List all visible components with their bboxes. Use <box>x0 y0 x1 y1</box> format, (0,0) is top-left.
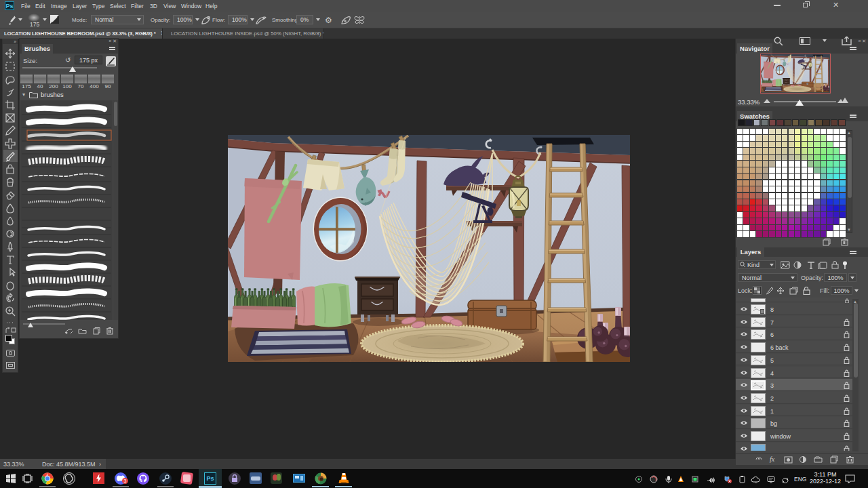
svg-text:fx: fx <box>770 455 775 463</box>
